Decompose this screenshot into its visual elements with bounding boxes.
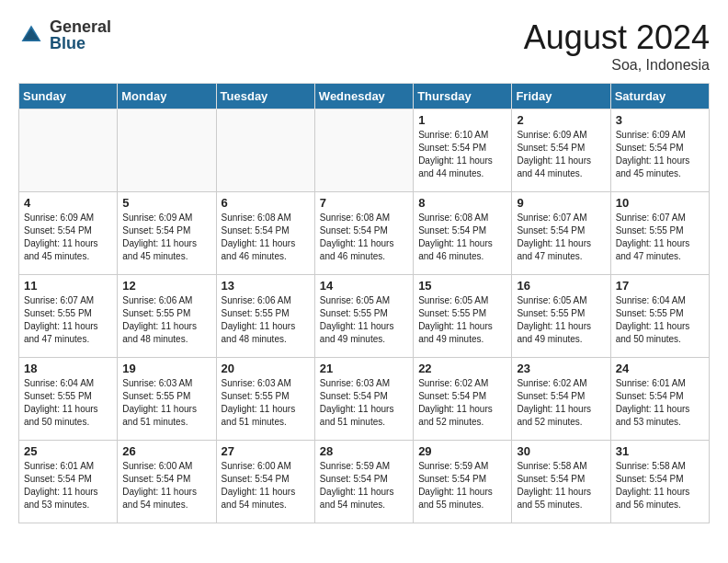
day-number: 19 bbox=[122, 362, 210, 375]
logo: General Blue bbox=[18, 18, 111, 52]
calendar-cell: 2Sunrise: 6:09 AM Sunset: 5:54 PM Daylig… bbox=[512, 109, 610, 192]
calendar-cell: 25Sunrise: 6:01 AM Sunset: 5:54 PM Dayli… bbox=[19, 441, 118, 523]
day-info: Sunrise: 5:58 AM Sunset: 5:54 PM Dayligh… bbox=[616, 460, 704, 511]
day-info: Sunrise: 6:05 AM Sunset: 5:55 PM Dayligh… bbox=[320, 294, 408, 346]
day-number: 8 bbox=[418, 196, 506, 210]
calendar-cell: 15Sunrise: 6:05 AM Sunset: 5:55 PM Dayli… bbox=[414, 275, 512, 358]
calendar-cell: 4Sunrise: 6:09 AM Sunset: 5:54 PM Daylig… bbox=[19, 192, 118, 275]
logo-icon bbox=[18, 22, 44, 48]
day-number: 16 bbox=[517, 279, 605, 293]
day-number: 23 bbox=[517, 362, 605, 375]
calendar-cell: 19Sunrise: 6:03 AM Sunset: 5:55 PM Dayli… bbox=[118, 358, 216, 441]
weekday-header-sunday: Sunday bbox=[19, 84, 118, 109]
logo-general-text: General bbox=[50, 18, 111, 35]
day-info: Sunrise: 6:00 AM Sunset: 5:54 PM Dayligh… bbox=[122, 460, 210, 511]
day-number: 25 bbox=[24, 444, 112, 458]
weekday-header-row: SundayMondayTuesdayWednesdayThursdayFrid… bbox=[19, 84, 710, 109]
day-info: Sunrise: 6:05 AM Sunset: 5:55 PM Dayligh… bbox=[517, 294, 605, 346]
page-header: General Blue August 2024 Soa, Indonesia bbox=[18, 18, 710, 74]
calendar-week-row: 11Sunrise: 6:07 AM Sunset: 5:55 PM Dayli… bbox=[19, 275, 710, 358]
location: Soa, Indonesia bbox=[524, 57, 710, 74]
calendar-cell: 5Sunrise: 6:09 AM Sunset: 5:54 PM Daylig… bbox=[118, 192, 216, 275]
month-title: August 2024 bbox=[524, 18, 710, 57]
day-info: Sunrise: 6:08 AM Sunset: 5:54 PM Dayligh… bbox=[222, 212, 310, 263]
day-number: 3 bbox=[616, 113, 704, 127]
day-info: Sunrise: 6:03 AM Sunset: 5:55 PM Dayligh… bbox=[222, 377, 310, 429]
day-number: 30 bbox=[517, 444, 605, 458]
calendar-week-row: 18Sunrise: 6:04 AM Sunset: 5:55 PM Dayli… bbox=[19, 358, 710, 441]
day-info: Sunrise: 6:08 AM Sunset: 5:54 PM Dayligh… bbox=[320, 212, 408, 263]
logo-text: General Blue bbox=[50, 18, 111, 52]
weekday-header-thursday: Thursday bbox=[414, 84, 512, 109]
day-info: Sunrise: 6:01 AM Sunset: 5:54 PM Dayligh… bbox=[24, 460, 112, 511]
calendar-cell: 22Sunrise: 6:02 AM Sunset: 5:54 PM Dayli… bbox=[414, 358, 512, 441]
day-info: Sunrise: 6:10 AM Sunset: 5:54 PM Dayligh… bbox=[418, 129, 506, 180]
calendar-week-row: 1Sunrise: 6:10 AM Sunset: 5:54 PM Daylig… bbox=[19, 109, 710, 192]
calendar-cell: 30Sunrise: 5:58 AM Sunset: 5:54 PM Dayli… bbox=[512, 441, 610, 523]
calendar-cell: 6Sunrise: 6:08 AM Sunset: 5:54 PM Daylig… bbox=[216, 192, 314, 275]
day-number: 14 bbox=[320, 279, 408, 293]
day-number: 1 bbox=[418, 113, 506, 127]
calendar-cell: 14Sunrise: 6:05 AM Sunset: 5:55 PM Dayli… bbox=[314, 275, 413, 358]
calendar-cell: 12Sunrise: 6:06 AM Sunset: 5:55 PM Dayli… bbox=[118, 275, 216, 358]
day-info: Sunrise: 6:06 AM Sunset: 5:55 PM Dayligh… bbox=[122, 294, 210, 346]
day-info: Sunrise: 6:04 AM Sunset: 5:55 PM Dayligh… bbox=[24, 377, 112, 429]
day-info: Sunrise: 6:03 AM Sunset: 5:55 PM Dayligh… bbox=[122, 377, 210, 429]
calendar-cell: 29Sunrise: 5:59 AM Sunset: 5:54 PM Dayli… bbox=[414, 441, 512, 523]
weekday-header-friday: Friday bbox=[512, 84, 610, 109]
day-number: 29 bbox=[418, 444, 506, 458]
calendar-cell: 27Sunrise: 6:00 AM Sunset: 5:54 PM Dayli… bbox=[216, 441, 314, 523]
day-info: Sunrise: 6:07 AM Sunset: 5:54 PM Dayligh… bbox=[517, 212, 605, 263]
calendar-cell bbox=[314, 109, 413, 192]
calendar-cell: 21Sunrise: 6:03 AM Sunset: 5:54 PM Dayli… bbox=[314, 358, 413, 441]
day-number: 11 bbox=[24, 279, 112, 293]
day-info: Sunrise: 6:00 AM Sunset: 5:54 PM Dayligh… bbox=[222, 460, 310, 511]
day-info: Sunrise: 6:09 AM Sunset: 5:54 PM Dayligh… bbox=[517, 129, 605, 180]
calendar-cell: 26Sunrise: 6:00 AM Sunset: 5:54 PM Dayli… bbox=[118, 441, 216, 523]
weekday-header-monday: Monday bbox=[118, 84, 216, 109]
day-number: 18 bbox=[24, 362, 112, 375]
weekday-header-tuesday: Tuesday bbox=[216, 84, 314, 109]
day-info: Sunrise: 6:08 AM Sunset: 5:54 PM Dayligh… bbox=[418, 212, 506, 263]
calendar-cell: 3Sunrise: 6:09 AM Sunset: 5:54 PM Daylig… bbox=[610, 109, 709, 192]
calendar-cell: 13Sunrise: 6:06 AM Sunset: 5:55 PM Dayli… bbox=[216, 275, 314, 358]
day-info: Sunrise: 6:07 AM Sunset: 5:55 PM Dayligh… bbox=[616, 212, 704, 263]
day-number: 9 bbox=[517, 196, 605, 210]
day-info: Sunrise: 5:58 AM Sunset: 5:54 PM Dayligh… bbox=[517, 460, 605, 511]
day-number: 10 bbox=[616, 196, 704, 210]
calendar-cell bbox=[216, 109, 314, 192]
day-number: 5 bbox=[122, 196, 210, 210]
calendar-cell: 11Sunrise: 6:07 AM Sunset: 5:55 PM Dayli… bbox=[19, 275, 118, 358]
day-number: 17 bbox=[616, 279, 704, 293]
day-number: 22 bbox=[418, 362, 506, 375]
calendar-cell: 23Sunrise: 6:02 AM Sunset: 5:54 PM Dayli… bbox=[512, 358, 610, 441]
calendar-cell bbox=[118, 109, 216, 192]
day-number: 21 bbox=[320, 362, 408, 375]
calendar-cell: 16Sunrise: 6:05 AM Sunset: 5:55 PM Dayli… bbox=[512, 275, 610, 358]
day-info: Sunrise: 6:09 AM Sunset: 5:54 PM Dayligh… bbox=[24, 212, 112, 263]
day-number: 20 bbox=[222, 362, 310, 375]
day-info: Sunrise: 6:01 AM Sunset: 5:54 PM Dayligh… bbox=[616, 377, 704, 429]
day-info: Sunrise: 6:02 AM Sunset: 5:54 PM Dayligh… bbox=[418, 377, 506, 429]
calendar-cell: 20Sunrise: 6:03 AM Sunset: 5:55 PM Dayli… bbox=[216, 358, 314, 441]
day-info: Sunrise: 6:04 AM Sunset: 5:55 PM Dayligh… bbox=[616, 294, 704, 346]
calendar-cell: 31Sunrise: 5:58 AM Sunset: 5:54 PM Dayli… bbox=[610, 441, 709, 523]
day-number: 28 bbox=[320, 444, 408, 458]
calendar-week-row: 25Sunrise: 6:01 AM Sunset: 5:54 PM Dayli… bbox=[19, 441, 710, 523]
day-number: 24 bbox=[616, 362, 704, 375]
day-info: Sunrise: 6:05 AM Sunset: 5:55 PM Dayligh… bbox=[418, 294, 506, 346]
calendar-cell bbox=[19, 109, 118, 192]
day-info: Sunrise: 6:02 AM Sunset: 5:54 PM Dayligh… bbox=[517, 377, 605, 429]
calendar-cell: 8Sunrise: 6:08 AM Sunset: 5:54 PM Daylig… bbox=[414, 192, 512, 275]
title-block: August 2024 Soa, Indonesia bbox=[524, 18, 710, 74]
day-number: 26 bbox=[122, 444, 210, 458]
day-number: 2 bbox=[517, 113, 605, 127]
weekday-header-wednesday: Wednesday bbox=[314, 84, 413, 109]
day-info: Sunrise: 5:59 AM Sunset: 5:54 PM Dayligh… bbox=[320, 460, 408, 511]
day-info: Sunrise: 6:09 AM Sunset: 5:54 PM Dayligh… bbox=[122, 212, 210, 263]
day-number: 13 bbox=[222, 279, 310, 293]
day-number: 4 bbox=[24, 196, 112, 210]
day-number: 12 bbox=[122, 279, 210, 293]
calendar-cell: 7Sunrise: 6:08 AM Sunset: 5:54 PM Daylig… bbox=[314, 192, 413, 275]
day-number: 15 bbox=[418, 279, 506, 293]
